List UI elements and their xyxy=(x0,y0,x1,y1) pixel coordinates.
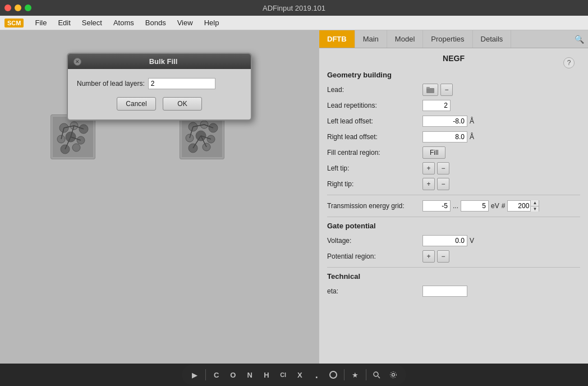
right-lead-offset-input[interactable] xyxy=(422,131,467,143)
menu-select[interactable]: Select xyxy=(77,17,107,28)
minimize-button[interactable] xyxy=(15,4,21,11)
potential-region-add-button[interactable]: + xyxy=(422,250,435,263)
toolbar-c-icon[interactable]: C xyxy=(210,368,223,382)
fill-central-region-row: Fill central region: Fill xyxy=(327,146,580,159)
right-lead-offset-row: Right lead offset: Å xyxy=(327,131,580,143)
main-content: ✕ Bulk Fill Number of lead layers: Cance… xyxy=(0,30,588,364)
svg-point-36 xyxy=(391,372,397,378)
left-lead-offset-input[interactable] xyxy=(422,116,467,127)
svg-rect-30 xyxy=(426,88,434,93)
dialog-close-button[interactable]: ✕ xyxy=(74,58,81,66)
voltage-unit: V xyxy=(470,237,474,245)
svg-line-34 xyxy=(378,376,380,379)
toolbar-n-icon[interactable]: N xyxy=(244,368,256,382)
tab-model[interactable]: Model xyxy=(387,30,423,48)
cancel-button[interactable]: Cancel xyxy=(117,97,156,111)
spinner-up-button[interactable]: ▲ xyxy=(531,200,539,206)
left-lead-offset-control: Å xyxy=(422,116,580,127)
tab-details[interactable]: Details xyxy=(473,30,512,48)
right-tip-row: Right tip: + − xyxy=(327,178,580,190)
toolbar-cursor-icon[interactable]: ▶ xyxy=(189,368,201,382)
toolbar-h-icon[interactable]: H xyxy=(260,368,273,382)
lead-row: Lead: − xyxy=(327,84,580,96)
toolbar-cl-icon[interactable]: Cl xyxy=(277,368,290,382)
lead-repetitions-row: Lead repetitions: xyxy=(327,99,580,112)
left-tip-row: Left tip: + − xyxy=(327,162,580,174)
toolbar-o-icon[interactable]: O xyxy=(227,368,239,382)
potential-region-control: + − xyxy=(422,250,580,263)
transmission-count-input[interactable] xyxy=(508,202,530,210)
potential-region-row: Potential region: + − xyxy=(327,250,580,263)
left-tip-remove-button[interactable]: − xyxy=(437,162,449,174)
lead-repetitions-input[interactable] xyxy=(422,100,451,111)
fill-button[interactable]: Fill xyxy=(422,146,445,159)
tab-properties[interactable]: Properties xyxy=(423,30,472,48)
ring-svg xyxy=(329,370,338,379)
menu-help[interactable]: Help xyxy=(200,17,224,28)
spinner-down-button[interactable]: ▼ xyxy=(531,206,539,212)
toolbar-star-icon[interactable]: ★ xyxy=(349,368,361,382)
lead-label: Lead: xyxy=(327,86,422,94)
menu-bonds[interactable]: Bonds xyxy=(141,17,171,28)
gear-svg xyxy=(389,371,397,379)
toolbar-pill: ▶ C O N H Cl X . ★ xyxy=(182,365,406,385)
transmission-unit: eV xyxy=(491,202,499,210)
transmission-hash: # xyxy=(502,202,506,210)
scm-logo[interactable]: SCM xyxy=(4,19,24,27)
ok-button[interactable]: OK xyxy=(163,97,202,111)
lead-repetitions-control xyxy=(422,100,580,111)
voltage-input[interactable] xyxy=(422,235,467,246)
tab-dftb[interactable]: DFTB xyxy=(319,30,355,48)
potential-region-remove-button[interactable]: − xyxy=(437,250,449,263)
panel-content: NEGF ? Geometry building Lead: − xyxy=(319,48,588,364)
close-button[interactable] xyxy=(4,4,11,11)
left-tip-add-button[interactable]: + xyxy=(422,162,435,174)
voltage-label: Voltage: xyxy=(327,237,422,245)
transmission-dots: ... xyxy=(453,202,458,210)
svg-point-32 xyxy=(330,371,337,378)
toolbar-ring-icon[interactable] xyxy=(327,368,339,382)
help-button[interactable]: ? xyxy=(563,57,575,68)
lead-file-button[interactable] xyxy=(422,84,438,96)
toolbar-x-icon[interactable]: X xyxy=(294,368,306,382)
fill-central-region-control: Fill xyxy=(422,146,580,159)
lead-layers-input[interactable] xyxy=(148,78,215,89)
voltage-row: Voltage: V xyxy=(327,235,580,247)
geometry-building-title: Geometry building xyxy=(327,71,580,79)
toolbar-separator-2 xyxy=(344,369,344,380)
right-tip-control: + − xyxy=(422,178,580,190)
transmission-from-input[interactable] xyxy=(422,200,451,212)
toolbar-separator-3 xyxy=(366,369,366,380)
right-lead-offset-unit: Å xyxy=(470,133,474,141)
lead-minus-button[interactable]: − xyxy=(440,84,453,96)
tab-main[interactable]: Main xyxy=(355,30,387,48)
transmission-count-spinner: ▲ ▼ xyxy=(507,200,539,212)
transmission-row: Transmission energy grid: ... eV # ▲ ▼ xyxy=(327,200,580,212)
menu-atoms[interactable]: Atoms xyxy=(109,17,139,28)
eta-input[interactable] xyxy=(422,286,467,297)
window-controls[interactable] xyxy=(4,4,31,11)
transmission-to-input[interactable] xyxy=(461,200,489,212)
menu-file[interactable]: File xyxy=(30,17,51,28)
menu-edit[interactable]: Edit xyxy=(53,17,75,28)
right-tip-add-button[interactable]: + xyxy=(422,178,435,190)
left-lead-offset-label: Left lead offset: xyxy=(327,117,422,125)
toolbar-dot-icon[interactable]: . xyxy=(310,368,323,382)
svg-rect-31 xyxy=(426,87,430,89)
viewport-panel: ✕ Bulk Fill Number of lead layers: Cance… xyxy=(0,30,319,364)
tabs-bar: DFTB Main Model Properties Details 🔍 xyxy=(319,30,588,48)
transmission-label: Transmission energy grid: xyxy=(327,202,422,210)
right-tip-label: Right tip: xyxy=(327,180,422,188)
maximize-button[interactable] xyxy=(25,4,31,11)
right-tip-remove-button[interactable]: − xyxy=(437,178,449,190)
eta-label: eta: xyxy=(327,287,422,295)
toolbar-search-icon[interactable] xyxy=(370,368,383,382)
toolbar-settings-icon[interactable] xyxy=(387,368,399,382)
menu-bar: SCM File Edit Select Atoms Bonds View He… xyxy=(0,16,588,30)
folder-icon xyxy=(426,86,434,93)
left-tip-control: + − xyxy=(422,162,580,174)
menu-view[interactable]: View xyxy=(173,17,197,28)
toolbar-separator-1 xyxy=(205,369,206,380)
search-icon[interactable]: 🔍 xyxy=(570,30,588,48)
dialog-body: Number of lead layers: Cancel OK xyxy=(68,69,251,120)
